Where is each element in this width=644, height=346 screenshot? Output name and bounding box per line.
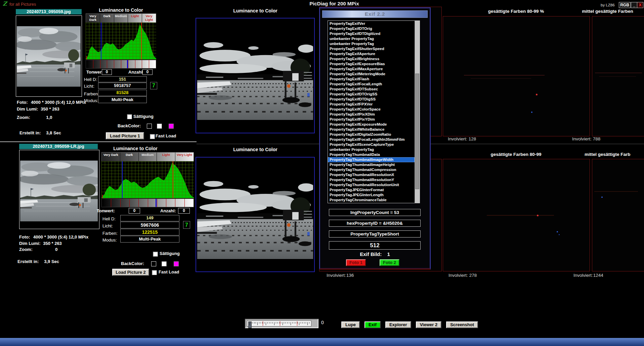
slider-tick xyxy=(276,322,276,323)
exif-dialog-titlebar[interactable]: Exif 2.2 xyxy=(322,10,428,18)
backcolor2-swatch-white[interactable] xyxy=(162,261,167,266)
saturation2-checkbox[interactable] xyxy=(153,252,158,257)
hell1-value: 151 xyxy=(98,76,147,82)
exif-list-item[interactable]: PropertyTagExifExposureMode xyxy=(328,122,415,127)
exif-list-item[interactable]: unbekanter PropertyTag xyxy=(328,41,415,46)
foto1-button[interactable]: Foto 1 xyxy=(346,259,366,266)
histogram2-zonebar: Very Dark Dark Medium Light Very Light xyxy=(101,152,194,162)
exif-list-item[interactable]: PropertyTagThumbnailImageHeight xyxy=(328,162,415,167)
exif-list-item[interactable]: PropertyTagThumbnailResolutionX xyxy=(328,172,415,177)
saturated-pixel-blue xyxy=(557,231,558,232)
picture2-titlebar: 20240713_095059-LR.jpg xyxy=(19,144,98,149)
slider-tick xyxy=(283,322,283,325)
anzahl2-value[interactable]: 0 xyxy=(178,208,190,214)
histogram1-tonebar[interactable] xyxy=(86,60,156,69)
fastload2-checkbox[interactable] xyxy=(152,270,157,275)
exif-list-item[interactable]: PropertyTagExifDTDigitized xyxy=(328,31,415,36)
slider-tick xyxy=(256,322,256,323)
backcolor2-swatch-black[interactable] xyxy=(151,261,156,266)
slider-tick xyxy=(269,322,269,323)
exif-list-item[interactable]: PropertyTagThumbnailCompression xyxy=(328,167,415,172)
tonebar-red-tick xyxy=(148,199,148,207)
exif-list-item[interactable]: PropertyTagExifDTOrig xyxy=(328,26,415,31)
slider-tick xyxy=(309,322,309,323)
exif-list-item[interactable]: PropertyTagExifWhiteBalance xyxy=(328,127,415,132)
histogram2-tonebar[interactable] xyxy=(101,199,194,207)
lum-panel1-title: Luminance to Color xyxy=(222,8,289,13)
exif-list-item[interactable]: PropertyTagExifAperture xyxy=(328,51,415,56)
minimize-button[interactable]: _ xyxy=(631,2,637,8)
zone-very-dark: Very Dark xyxy=(86,14,100,23)
tonwert1-value[interactable]: 0 xyxy=(102,69,112,75)
exif-list-item[interactable]: PropertyTagJPEGInterLength xyxy=(328,192,415,198)
exif-list-item[interactable]: PropertyTagExifShutterSpeed xyxy=(328,46,415,51)
exif-list-item[interactable]: PropertyTagExifSceneCaptureType xyxy=(328,142,415,147)
exif-list-item[interactable]: PropertyTagExifVer xyxy=(328,21,415,26)
backcolor2-swatch-magenta[interactable] xyxy=(174,261,179,266)
exif-list-item[interactable]: PropertyTagExifMaxAperture xyxy=(328,67,415,72)
footer-button-viewer-2[interactable]: Viewer 2 xyxy=(416,321,442,328)
exif-list-item[interactable]: unbekanter PropertyTag xyxy=(328,147,415,152)
footer-button-screenshot[interactable]: Screenshot xyxy=(446,321,478,328)
histogram1-zonebar: Very Dark Dark Medium Light Very Light xyxy=(86,13,156,23)
exif-list-item[interactable]: PropertyTagExifFocalLength xyxy=(328,82,415,87)
slider-ruler[interactable] xyxy=(247,320,311,327)
exif-list-item[interactable]: PropertyTagThumbnailImageWidth xyxy=(328,157,415,162)
zoom2-label: Zoom: xyxy=(19,247,33,252)
involviert-r2c0: Involviert:136 xyxy=(327,273,355,278)
exif-list-item[interactable]: PropertyTagThumbnailData xyxy=(328,152,415,157)
involviert-r2c1: Involviert:278 xyxy=(448,273,478,278)
exif-list-item[interactable]: PropertyTagThumbnailResolutionUnit xyxy=(328,182,415,187)
modus1-label: Modus: xyxy=(84,98,98,103)
exif-list-item[interactable]: PropertyTagExifExposureBias xyxy=(328,61,415,67)
exif-list-item[interactable]: PropertyTagExifPixYDim xyxy=(328,117,415,122)
exif-list-item[interactable]: PropertyTagChrominanceTable xyxy=(328,198,415,203)
exif-list-item[interactable]: PropertyTagExifDTSubsec xyxy=(328,87,415,92)
footer-button-explorer[interactable]: Explorer xyxy=(385,321,411,328)
fastload1-checkbox[interactable] xyxy=(150,134,155,139)
badge1-count: 7 xyxy=(150,82,157,89)
footer-button-exif[interactable]: Exif xyxy=(364,321,381,328)
load-picture2-button[interactable]: Load Picture 2 xyxy=(112,269,149,276)
backcolor1-label: BackColor: xyxy=(118,123,141,128)
exif-list-item[interactable]: PropertyTagJPEGInterFormat xyxy=(328,187,415,192)
exif-list-scrollbar[interactable] xyxy=(415,21,420,203)
exif-list-item[interactable]: PropertyTagExifBrightness xyxy=(328,56,415,61)
exif-list-item[interactable]: PropertyTagExifDTDigSS xyxy=(328,97,415,102)
exif-list-item[interactable]: PropertyTagExifFPXVer xyxy=(328,102,415,107)
exif-list-item[interactable]: unbekanter PropertyTag xyxy=(328,36,415,41)
scrollbar-thumb[interactable] xyxy=(415,74,419,189)
modus1-value: Multi-Peak xyxy=(98,96,147,103)
tonwert2-value[interactable]: 0 xyxy=(129,208,140,214)
exif-list-item[interactable]: PropertyTagThumbnailResolutionY xyxy=(328,177,415,182)
saturation1-checkbox[interactable] xyxy=(127,114,132,119)
window-bottom-bar xyxy=(0,338,644,346)
anzahl1-label: Anzahl: xyxy=(128,70,144,75)
backcolor1-swatch-white[interactable] xyxy=(157,124,162,129)
rgb-button[interactable]: RGB xyxy=(619,2,631,8)
exif-list-item[interactable]: PropertyTagExifDTOrigSS xyxy=(328,92,415,97)
slider-tick xyxy=(274,322,274,325)
backcolor1-swatch-black[interactable] xyxy=(147,124,152,129)
close-button[interactable]: X xyxy=(637,2,643,8)
histogram2-plot[interactable] xyxy=(101,161,194,198)
exif-list-item[interactable]: PropertyTagExifMeteringMode xyxy=(328,72,415,77)
exif-property-list[interactable]: PropertyTagExifVerPropertyTagExifDTOrigP… xyxy=(328,20,420,203)
backcolor1-swatch-magenta[interactable] xyxy=(169,124,174,129)
panel-r1c2-header: mittel gesättigte Farben xyxy=(571,9,644,14)
involviert-r2c2: Involviert:1244 xyxy=(573,273,605,278)
exif-list-item[interactable]: PropertyTagExifFlash xyxy=(328,77,415,82)
histogram1-plot[interactable] xyxy=(86,23,156,59)
exif-list-item[interactable]: PropertyTagExifPixXDim xyxy=(328,112,415,117)
exif-list-item[interactable]: PropertyTagExifDigitalZoomRatio xyxy=(328,132,415,137)
credit-label: by LZ86 xyxy=(601,3,615,7)
foto2-button[interactable]: Foto 2 xyxy=(380,259,399,266)
footer-button-lupe[interactable]: Lupe xyxy=(341,321,360,328)
picture1-thumbnail xyxy=(17,26,81,87)
exif-list-item[interactable]: PropertyTagExifColorSpace xyxy=(328,107,415,112)
anzahl1-value[interactable]: 0 xyxy=(142,69,153,75)
load-picture1-button[interactable]: Load Picture 1 xyxy=(106,132,144,139)
slider-tick xyxy=(294,322,294,323)
exif-list-item[interactable]: PropertyTagExifFocalLengthIn35mmFilm xyxy=(328,137,415,142)
zoom-slider[interactable] xyxy=(245,319,318,328)
